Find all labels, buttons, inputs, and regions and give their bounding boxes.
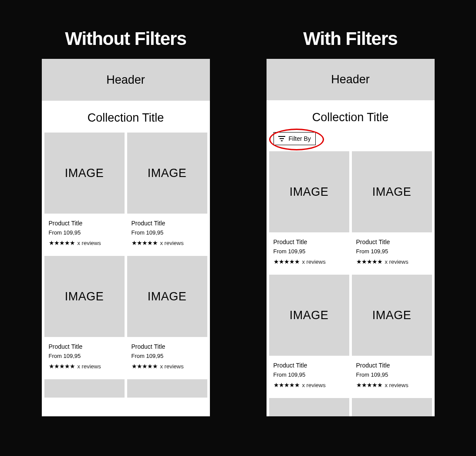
product-image-placeholder: IMAGE [269, 275, 349, 356]
product-title: Product Title [49, 343, 120, 350]
rating-row: ★★★★★ x reviews [49, 239, 120, 246]
rating-row: ★★★★★ x reviews [356, 258, 428, 265]
product-card[interactable]: IMAGE Product Title From 109,95 ★★★★★ x … [127, 133, 207, 253]
product-info: Product Title From 109,95 ★★★★★ x review… [269, 232, 349, 272]
panel-title: Without Filters [65, 28, 186, 49]
review-count: x reviews [385, 382, 408, 388]
rating-row: ★★★★★ x reviews [273, 258, 345, 265]
star-icon: ★★★★★ [273, 381, 300, 388]
product-info: Product Title From 109,95 ★★★★★ x review… [127, 214, 207, 253]
product-price: From 109,95 [132, 229, 203, 236]
review-count: x reviews [160, 240, 184, 246]
product-card[interactable] [269, 398, 349, 416]
filter-row: Filter By [267, 132, 435, 151]
product-image-placeholder [44, 379, 125, 398]
product-info: Product Title From 109,95 ★★★★★ x review… [352, 232, 432, 272]
header-bar: Header [267, 59, 435, 100]
panel-without-filters: Without Filters Header Collection Title … [42, 28, 210, 428]
product-card[interactable]: IMAGE Product Title From 109,95 ★★★★★ x … [352, 151, 432, 272]
product-card[interactable]: IMAGE Product Title From 109,95 ★★★★★ x … [44, 256, 125, 377]
product-info: Product Title From 109,95 ★★★★★ x review… [352, 356, 432, 395]
product-card[interactable]: IMAGE Product Title From 109,95 ★★★★★ x … [352, 275, 432, 395]
panel-with-filters: With Filters Header Collection Title Fil… [267, 28, 435, 428]
product-card[interactable]: IMAGE Product Title From 109,95 ★★★★★ x … [269, 151, 349, 272]
product-image-placeholder: IMAGE [352, 275, 432, 356]
star-icon: ★★★★★ [49, 239, 75, 246]
rating-row: ★★★★★ x reviews [356, 381, 428, 388]
product-card[interactable]: IMAGE Product Title From 109,95 ★★★★★ x … [269, 275, 349, 395]
product-card[interactable]: IMAGE Product Title From 109,95 ★★★★★ x … [44, 133, 125, 253]
product-title: Product Title [132, 343, 203, 350]
product-title: Product Title [49, 220, 120, 227]
product-info: Product Title From 109,95 ★★★★★ x review… [127, 337, 207, 377]
review-count: x reviews [302, 259, 326, 265]
review-count: x reviews [302, 382, 326, 388]
product-price: From 109,95 [49, 353, 120, 359]
product-title: Product Title [356, 362, 428, 369]
product-card[interactable]: IMAGE Product Title From 109,95 ★★★★★ x … [127, 256, 207, 377]
device-mockup: Header Collection Title Filter By IMAGE … [267, 59, 435, 416]
product-image-placeholder [352, 398, 432, 416]
product-info: Product Title From 109,95 ★★★★★ x review… [269, 356, 349, 395]
filter-by-button[interactable]: Filter By [273, 132, 316, 145]
product-price: From 109,95 [356, 371, 428, 378]
rating-row: ★★★★★ x reviews [49, 363, 120, 370]
filter-label: Filter By [289, 135, 311, 142]
product-title: Product Title [356, 238, 428, 245]
product-image-placeholder: IMAGE [127, 133, 207, 214]
product-image-placeholder: IMAGE [269, 151, 349, 232]
star-icon: ★★★★★ [356, 258, 382, 265]
star-icon: ★★★★★ [132, 363, 158, 370]
filter-icon [278, 136, 285, 141]
rating-row: ★★★★★ x reviews [273, 381, 345, 388]
star-icon: ★★★★★ [273, 258, 300, 265]
product-card[interactable] [44, 379, 125, 398]
product-image-placeholder: IMAGE [44, 256, 125, 337]
product-price: From 109,95 [132, 353, 203, 359]
product-card[interactable] [352, 398, 432, 416]
product-title: Product Title [273, 362, 345, 369]
review-count: x reviews [385, 259, 408, 265]
star-icon: ★★★★★ [132, 239, 158, 246]
star-icon: ★★★★★ [356, 381, 382, 388]
product-image-placeholder: IMAGE [352, 151, 432, 232]
collection-title: Collection Title [267, 100, 435, 132]
product-card[interactable] [127, 379, 207, 398]
star-icon: ★★★★★ [49, 363, 75, 370]
product-grid: IMAGE Product Title From 109,95 ★★★★★ x … [42, 133, 210, 398]
product-price: From 109,95 [273, 371, 345, 378]
product-image-placeholder: IMAGE [44, 133, 125, 214]
product-info: Product Title From 109,95 ★★★★★ x review… [44, 337, 125, 377]
rating-row: ★★★★★ x reviews [132, 363, 203, 370]
product-price: From 109,95 [49, 229, 120, 236]
product-title: Product Title [132, 220, 203, 227]
product-image-placeholder: IMAGE [127, 256, 207, 337]
collection-title: Collection Title [42, 101, 210, 133]
product-image-placeholder [269, 398, 349, 416]
product-price: From 109,95 [273, 248, 345, 255]
review-count: x reviews [78, 240, 101, 246]
review-count: x reviews [160, 363, 184, 370]
review-count: x reviews [78, 363, 101, 370]
panel-title: With Filters [303, 28, 397, 49]
product-price: From 109,95 [356, 248, 428, 255]
product-title: Product Title [273, 238, 345, 245]
rating-row: ★★★★★ x reviews [132, 239, 203, 246]
product-grid: IMAGE Product Title From 109,95 ★★★★★ x … [267, 151, 435, 416]
header-bar: Header [42, 59, 210, 101]
product-image-placeholder [127, 379, 207, 398]
product-info: Product Title From 109,95 ★★★★★ x review… [44, 214, 125, 253]
device-mockup: Header Collection Title IMAGE Product Ti… [42, 59, 210, 416]
